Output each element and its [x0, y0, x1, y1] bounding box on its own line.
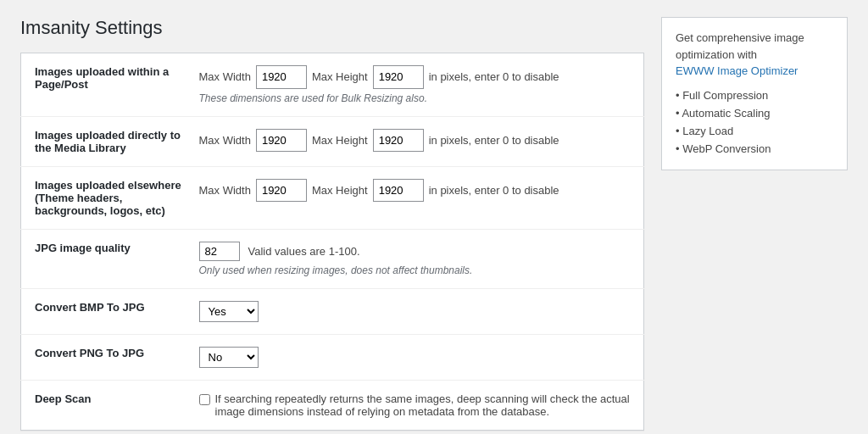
- convert-bmp-select[interactable]: Yes No: [199, 301, 259, 322]
- row-elsewhere: Images uploaded elsewhere (Theme headers…: [21, 166, 644, 229]
- jpg-quality-valid-hint: Valid values are 1-100.: [248, 245, 360, 258]
- jpg-quality-hint: Only used when resizing images, does not…: [199, 264, 636, 276]
- max-width-label-1: Max Width: [199, 70, 251, 83]
- row-media-library-label: Images uploaded directly to the Media Li…: [21, 116, 191, 166]
- convert-bmp-label: Convert BMP To JPG: [21, 288, 191, 334]
- row-page-post-controls: Max Width Max Height in pixels, enter 0 …: [191, 53, 644, 117]
- convert-bmp-controls: Yes No: [191, 288, 644, 334]
- convert-png-label: Convert PNG To JPG: [21, 334, 191, 380]
- max-height-input-2[interactable]: [373, 129, 424, 153]
- max-width-input-1[interactable]: [256, 65, 307, 89]
- max-height-label-2: Max Height: [312, 134, 368, 147]
- pixels-suffix-3: in pixels, enter 0 to disable: [429, 184, 559, 197]
- sidebar-box: Get comprehensive image optimization wit…: [661, 17, 848, 170]
- max-height-input-1[interactable]: [373, 65, 424, 89]
- row-media-library-controls: Max Width Max Height in pixels, enter 0 …: [191, 116, 644, 166]
- max-height-input-3[interactable]: [373, 179, 424, 203]
- deep-scan-text: If searching repeatedly returns the same…: [215, 392, 636, 418]
- max-width-input-2[interactable]: [256, 129, 307, 153]
- settings-table: Images uploaded within a Page/Post Max W…: [20, 53, 644, 431]
- sidebar-intro-text: Get comprehensive image optimization wit…: [676, 31, 804, 61]
- feature-auto-scaling: Automatic Scaling: [676, 104, 833, 122]
- pixels-suffix-1: in pixels, enter 0 to disable: [429, 70, 559, 83]
- max-width-label-2: Max Width: [199, 134, 251, 147]
- feature-lazy-load: Lazy Load: [676, 122, 833, 140]
- row-media-library: Images uploaded directly to the Media Li…: [21, 116, 644, 166]
- max-width-input-3[interactable]: [256, 179, 307, 203]
- row-convert-bmp: Convert BMP To JPG Yes No: [21, 288, 644, 334]
- page-title: Imsanity Settings: [20, 17, 644, 39]
- row-deep-scan: Deep Scan If searching repeatedly return…: [21, 380, 644, 430]
- convert-png-controls: Yes No: [191, 334, 644, 380]
- max-width-label-3: Max Width: [199, 184, 251, 197]
- deep-scan-label: Deep Scan: [21, 380, 191, 430]
- row-elsewhere-label: Images uploaded elsewhere (Theme headers…: [21, 166, 191, 229]
- row-page-post: Images uploaded within a Page/Post Max W…: [21, 53, 644, 117]
- row-jpg-quality: JPG image quality Valid values are 1-100…: [21, 229, 644, 288]
- row-elsewhere-controls: Max Width Max Height in pixels, enter 0 …: [191, 166, 644, 229]
- deep-scan-controls: If searching repeatedly returns the same…: [191, 380, 644, 430]
- max-height-label-1: Max Height: [312, 70, 368, 83]
- convert-png-select[interactable]: Yes No: [199, 347, 259, 368]
- row-page-post-label: Images uploaded within a Page/Post: [21, 53, 191, 117]
- feature-webp: WebP Conversion: [676, 140, 833, 158]
- row-hint-1: These dimensions are used for Bulk Resiz…: [199, 92, 636, 104]
- jpg-quality-label: JPG image quality: [21, 229, 191, 288]
- jpg-quality-input[interactable]: [199, 242, 240, 261]
- sidebar-features-list: Full Compression Automatic Scaling Lazy …: [676, 86, 833, 158]
- ewww-link[interactable]: EWWW Image Optimizer: [676, 64, 798, 77]
- max-height-label-3: Max Height: [312, 184, 368, 197]
- jpg-quality-controls: Valid values are 1-100. Only used when r…: [191, 229, 644, 288]
- pixels-suffix-2: in pixels, enter 0 to disable: [429, 134, 559, 147]
- deep-scan-checkbox[interactable]: [199, 394, 210, 405]
- sidebar-intro: Get comprehensive image optimization wit…: [676, 30, 833, 80]
- feature-full-compression: Full Compression: [676, 86, 833, 104]
- row-convert-png: Convert PNG To JPG Yes No: [21, 334, 644, 380]
